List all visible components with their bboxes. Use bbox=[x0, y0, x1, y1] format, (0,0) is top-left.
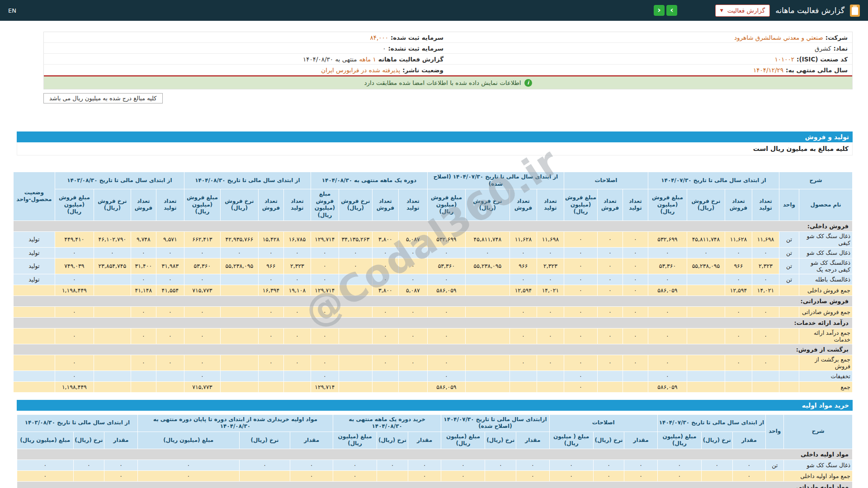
value-cell: ۰ bbox=[372, 306, 398, 317]
status-cell bbox=[13, 381, 55, 392]
value-cell: ۳,۸۰۰ bbox=[372, 231, 398, 247]
info-value: پذیرفته شده در فرابورس ایران bbox=[321, 66, 400, 74]
status-cell: تولید bbox=[13, 231, 55, 247]
value-cell: ۰ bbox=[427, 247, 465, 258]
value-cell: ۰ bbox=[137, 460, 239, 470]
value-cell: ۲,۳۲۳ bbox=[283, 258, 311, 274]
value-cell: ۱۴,۰۲۱ bbox=[752, 285, 779, 296]
value-cell bbox=[372, 371, 398, 381]
value-cell: ۱۹,۱۰۸ bbox=[283, 285, 311, 296]
value-cell: ۰ bbox=[564, 306, 597, 317]
nav-forward-button[interactable]: › bbox=[666, 5, 677, 16]
column-header: تعداد تولید bbox=[623, 189, 648, 221]
value-cell: ۰ bbox=[648, 274, 687, 285]
column-header: مبلغ ( میلیون ریال) bbox=[549, 432, 593, 449]
info-row: سال مالی منتهی به:۱۴۰۴/۱۲/۲۹ bbox=[448, 65, 852, 75]
unit-cell bbox=[779, 355, 799, 371]
table-units-note: کلیه مبالغ به میلیون ریال است bbox=[17, 142, 853, 155]
value-cell bbox=[687, 371, 725, 381]
section-title-raw-materials: خرید مواد اولیه bbox=[17, 400, 853, 411]
value-cell: ۰ bbox=[623, 258, 648, 274]
info-row: وضعیت ناشر:پذیرفته شده در فرابورس ایران bbox=[44, 65, 448, 75]
value-cell: ۵۳,۳۶۰ bbox=[648, 258, 687, 274]
value-cell: ۵۳۲,۶۹۹ bbox=[648, 231, 687, 247]
column-header: مبلغ فروش (میلیون ریال) bbox=[184, 189, 220, 221]
value-cell: ۰ bbox=[283, 247, 311, 258]
value-cell: ۰ bbox=[564, 381, 597, 392]
value-cell: ۰ bbox=[427, 371, 465, 381]
value-cell: ۱۲۹,۷۱۴ bbox=[311, 231, 339, 247]
column-header: تعداد فروش bbox=[509, 189, 537, 221]
unit-cell: تن bbox=[766, 460, 784, 470]
value-cell: ۹۶۶ bbox=[509, 258, 537, 274]
column-header: نرخ (ریال) bbox=[73, 432, 104, 449]
value-cell: ۰ bbox=[648, 306, 687, 317]
value-cell bbox=[752, 381, 779, 392]
column-header: تعداد تولید bbox=[537, 189, 564, 221]
value-cell: ۰ bbox=[55, 328, 94, 344]
value-cell: ۱۵,۴۲۸ bbox=[258, 231, 283, 247]
product-name-cell: جمع مواد اولیه داخلی bbox=[784, 470, 853, 481]
value-cell: ۵۳۲,۶۹۹ bbox=[427, 231, 465, 247]
nav-back-button[interactable]: ‹ bbox=[654, 5, 665, 16]
column-group-header: ازابتدای سال مالی تا تاریخ ۱۴۰۴/۰۷/۳۰ (ا… bbox=[441, 414, 549, 432]
column-header: تعداد فروش bbox=[597, 189, 623, 221]
table-row: تخفیفات۰۰۰۰۰۰ bbox=[13, 371, 852, 381]
value-cell: ۰ bbox=[441, 460, 485, 470]
value-cell bbox=[537, 371, 564, 381]
value-cell: ۳۱,۴۰۰ bbox=[131, 258, 156, 274]
report-type-dropdown[interactable]: گزارش فعالیت ▼ bbox=[715, 5, 770, 17]
value-cell: ۰ bbox=[441, 470, 485, 481]
value-cell: ۰ bbox=[137, 470, 239, 481]
value-cell: ۰ bbox=[94, 247, 131, 258]
value-cell: ۰ bbox=[258, 274, 283, 285]
column-header: مبلغ فروش (میلیون ریال) bbox=[55, 189, 94, 221]
column-group-header: مواد اولیه خریداری شده از ابتدای دوره تا… bbox=[137, 414, 333, 432]
column-header: مقدار bbox=[290, 432, 333, 449]
value-cell: ۰ bbox=[725, 274, 752, 285]
column-group-header: شرح bbox=[784, 414, 853, 449]
value-cell bbox=[372, 381, 398, 392]
value-cell: ۰ bbox=[184, 328, 220, 344]
unit-cell bbox=[779, 328, 799, 344]
value-cell: ۰ bbox=[131, 247, 156, 258]
value-cell: ۰ bbox=[258, 328, 283, 344]
language-toggle[interactable]: EN bbox=[8, 7, 16, 14]
value-cell: ۱۱,۶۹۸ bbox=[537, 231, 564, 247]
value-cell bbox=[465, 306, 509, 317]
value-cell: ۴۵,۸۱۱,۷۴۸ bbox=[687, 231, 725, 247]
value-cell: ۰ bbox=[311, 371, 339, 381]
value-cell: ۲,۳۲۳ bbox=[537, 258, 564, 274]
section-label: فروش صادراتی: bbox=[13, 296, 852, 306]
value-cell: ۰ bbox=[564, 258, 597, 274]
status-cell bbox=[13, 371, 55, 381]
value-cell: ۰ bbox=[311, 258, 339, 274]
value-cell bbox=[258, 381, 283, 392]
value-cell bbox=[258, 371, 283, 381]
product-name-cell: جمع درآمد ارائه خدمات bbox=[799, 328, 853, 344]
value-cell: ۵۸۶,۰۵۹ bbox=[648, 381, 687, 392]
value-cell: ۰ bbox=[311, 247, 339, 258]
info-value: ۰ bbox=[382, 45, 386, 52]
info-label: کد صنعت (ISIC): bbox=[797, 56, 848, 63]
info-icon: i bbox=[524, 79, 532, 87]
report-dropdown-label: گزارش فعالیت bbox=[727, 7, 765, 14]
value-cell: ۰ bbox=[623, 355, 648, 371]
value-cell: ۰ bbox=[725, 247, 752, 258]
value-cell: ۰ bbox=[156, 355, 184, 371]
value-cell: ۰ bbox=[408, 460, 441, 470]
value-cell: ۲۳,۸۵۴,۷۴۵ bbox=[94, 258, 131, 274]
column-group-header: واحد bbox=[766, 414, 784, 449]
value-cell bbox=[702, 470, 733, 481]
value-cell: ۰ bbox=[311, 328, 339, 344]
chevron-down-icon: ▼ bbox=[720, 8, 723, 13]
value-cell: ۱۲,۵۹۴ bbox=[725, 285, 752, 296]
value-cell: ۰ bbox=[290, 460, 333, 470]
status-cell bbox=[13, 306, 55, 317]
value-cell bbox=[94, 355, 131, 371]
value-cell bbox=[94, 328, 131, 344]
value-cell bbox=[339, 306, 372, 317]
value-cell: ۰ bbox=[283, 328, 311, 344]
column-group-header: از ابتدای سال مالی تا تاریخ ۱۴۰۴/۰۸/۳۰ bbox=[184, 172, 311, 189]
info-row: نماد:کشرق bbox=[448, 43, 852, 54]
